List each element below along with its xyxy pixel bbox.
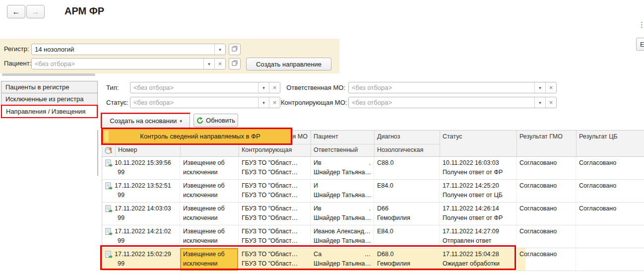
controlling-mo-dropdown-icon[interactable]: ▾ <box>534 97 545 108</box>
cell-type[interactable]: Извещение об исключении <box>180 157 239 179</box>
responsible-mo-field[interactable]: <без отбора> ▾ × <box>348 82 557 93</box>
cell-diagnosis[interactable]: E84.0 <box>374 225 440 248</box>
patient-open-button[interactable] <box>229 58 241 69</box>
cell-type[interactable]: Извещение об исключении <box>180 225 239 248</box>
patient-clear-icon[interactable]: × <box>214 59 225 69</box>
patient-field[interactable]: <без отбора> ▾ × <box>31 58 226 69</box>
cell-type[interactable]: Извещение об исключении <box>180 180 239 202</box>
row-status-date: 17.11.2022 14:27:09 <box>443 227 513 236</box>
more-button-label: Е <box>640 41 644 48</box>
row-diagnosis-code: E84.0 <box>377 181 436 191</box>
controlling-mo-field[interactable]: <без отбора> ▾ × <box>348 97 557 108</box>
cell-result-gmo[interactable]: Согласовано <box>516 225 576 248</box>
row-diagnosis-code: D68.0 <box>377 250 436 259</box>
row-status: Получен ответ от ФР <box>443 213 513 223</box>
row-responsible-mo: ГБУЗ ТО "Област… <box>242 181 307 191</box>
row-controlling-mo: ГБУЗ ТО "Област… <box>242 259 307 269</box>
menu-item-control-fr[interactable]: Контроль сведений направляемых в ФР <box>133 133 260 140</box>
context-menu[interactable]: Контроль сведений направляемых в ФР <box>101 128 292 145</box>
patient-dropdown-icon[interactable]: ▾ <box>203 59 214 69</box>
refresh-button[interactable]: Обновить <box>193 114 238 127</box>
controlling-mo-label: Контролирующая МО: <box>281 99 345 106</box>
cell-patient[interactable]: И Шнайдер Татьяна… <box>311 180 374 202</box>
cell-result-cb[interactable]: Согласовано <box>576 180 644 202</box>
cell-patient[interactable]: Иванов Александ… Шнайдер Татьяна… <box>311 225 374 248</box>
cell-diagnosis[interactable]: C88.0 <box>374 157 440 179</box>
cell-result-cb[interactable]: Согласовано <box>576 203 644 225</box>
cell-diagnosis[interactable]: D66 Гемофилия <box>374 203 440 225</box>
row-patient-truncation: . <box>369 204 371 213</box>
table-row[interactable]: 17.11.2022 14:21:02 99 Извещение об искл… <box>102 225 644 248</box>
kebab-menu-icon[interactable]: ⋮ <box>638 23 644 26</box>
cell-mo[interactable]: ГБУЗ ТО "Област… ГБУЗ ТО "Област… <box>239 248 311 271</box>
sidebar-tab-excluded-from-register[interactable]: Исключенные из регистра <box>1 93 98 105</box>
horizontal-scrollbar[interactable] <box>2 73 95 76</box>
cell-status[interactable]: 17.11.2022 14:26:14 Получен ответ от ФР <box>440 203 516 225</box>
cell-result-cb[interactable]: Согласовано <box>576 157 644 179</box>
back-button[interactable]: ← <box>7 5 25 18</box>
create-referral-button[interactable]: Создать направление <box>246 58 331 70</box>
cell-patient[interactable]: Са … Шнайдер Татьяна… <box>311 248 374 271</box>
register-open-button[interactable] <box>229 44 241 55</box>
type-dropdown-icon[interactable]: ▾ <box>258 82 269 93</box>
cell-mo[interactable]: ГБУЗ ТО "Област… ГБУЗ ТО "Област… <box>239 203 311 225</box>
sidebar-tab-referrals-notifications[interactable]: Направления / Извещения <box>1 105 98 118</box>
cell-mo[interactable]: ГБУЗ ТО "Област… ГБУЗ ТО "Област… <box>239 157 311 179</box>
cell-number[interactable]: 10.11.2022 15:39:56 99 <box>102 157 180 179</box>
vertical-scrollbar[interactable] <box>97 130 98 176</box>
forward-button[interactable]: → <box>26 5 45 18</box>
responsible-mo-clear-icon[interactable]: × <box>545 82 556 93</box>
sidebar-tab-patients-in-register[interactable]: Пациенты в регистре <box>1 81 98 93</box>
cell-type[interactable]: Извещение об исключении <box>180 203 239 225</box>
cell-diagnosis[interactable]: D68.0 Гемофилия <box>374 248 440 271</box>
cell-result-gmo[interactable]: Согласовано <box>516 157 576 179</box>
status-dropdown-icon[interactable]: ▾ <box>258 97 269 108</box>
cell-number[interactable]: 17.11.2022 15:02:29 99 <box>102 248 180 271</box>
cell-result-cb[interactable] <box>576 248 644 271</box>
table-row[interactable]: 17.11.2022 14:03:03 99 Извещение об искл… <box>102 203 644 225</box>
register-dropdown-icon[interactable]: ▾ <box>214 44 225 55</box>
create-based-on-label: Создать на основании <box>110 117 177 125</box>
cell-status[interactable]: 10.11.2022 16:03:03 Получен ответ от ФР <box>440 157 516 179</box>
cell-status[interactable]: 17.11.2022 15:04:28 Ожидает обработки <box>440 248 516 271</box>
responsible-mo-dropdown-icon[interactable]: ▾ <box>534 82 545 93</box>
list-settings-icon[interactable] <box>104 146 113 156</box>
page-title: АРМ ФР <box>64 5 104 17</box>
row-type: Извещение об исключении <box>183 228 225 244</box>
documents-table: Ответственная МО Пациент Диагноз Статус … <box>102 130 644 270</box>
type-placeholder: <без отбора> <box>133 84 174 91</box>
cell-result-cb[interactable] <box>576 225 644 248</box>
type-filter-label: Тип: <box>106 84 119 91</box>
cell-result-gmo[interactable]: Согласовано <box>516 203 576 225</box>
cell-mo[interactable]: ГБУЗ ТО "Област… ГБУЗ ТО "Област… <box>239 225 311 248</box>
cell-patient[interactable]: Ив . Шнайдер Татьяна… <box>311 203 374 225</box>
cell-status[interactable]: 17.11.2022 14:25:20 Получен ответ от ЦБ <box>440 180 516 202</box>
register-field[interactable]: 14 нозологий ▾ <box>31 44 226 55</box>
cell-mo[interactable]: ГБУЗ ТО "Област… ГБУЗ ТО "Област… <box>239 180 311 202</box>
controlling-mo-clear-icon[interactable]: × <box>545 97 556 108</box>
table-row[interactable]: 17.11.2022 13:52:51 99 Извещение об искл… <box>102 180 644 203</box>
cell-type[interactable]: Извещение об исключении <box>180 248 239 271</box>
document-posted-icon <box>105 182 113 190</box>
status-clear-icon[interactable]: × <box>269 97 280 108</box>
create-based-on-button[interactable]: Создать на основании ▾ <box>102 114 190 128</box>
row-number: 99 <box>118 168 177 177</box>
cell-patient[interactable]: Ив . Шнайдер Татьяна… <box>311 157 374 179</box>
table-row[interactable]: 10.11.2022 15:39:56 99 Извещение об искл… <box>102 157 644 180</box>
more-button[interactable]: Е <box>636 38 644 51</box>
type-filter-field[interactable]: <без отбора> ▾ × <box>130 82 280 93</box>
cell-status[interactable]: 17.11.2022 14:27:09 Отправлен ответ <box>440 225 516 248</box>
cell-number[interactable]: 17.11.2022 13:52:51 99 <box>102 180 180 202</box>
cell-result-gmo[interactable]: Согласовано <box>516 248 576 271</box>
row-type: Извещение об исключении <box>183 159 225 176</box>
type-clear-icon[interactable]: × <box>269 82 280 93</box>
status-filter-field[interactable]: <без отбора> ▾ × <box>130 97 280 108</box>
row-result-cb: Согласовано <box>579 181 641 191</box>
cell-number[interactable]: 17.11.2022 14:03:03 99 <box>102 203 180 225</box>
row-responsible-person: Шнайдер Татьяна… <box>314 259 371 269</box>
cell-result-gmo[interactable]: Согласовано <box>516 180 576 202</box>
cell-number[interactable]: 17.11.2022 14:21:02 99 <box>102 225 180 248</box>
cell-diagnosis[interactable]: E84.0 <box>374 180 440 202</box>
table-row[interactable]: 17.11.2022 15:02:29 99 Извещение об искл… <box>102 248 644 271</box>
document-posted-icon <box>105 159 113 167</box>
